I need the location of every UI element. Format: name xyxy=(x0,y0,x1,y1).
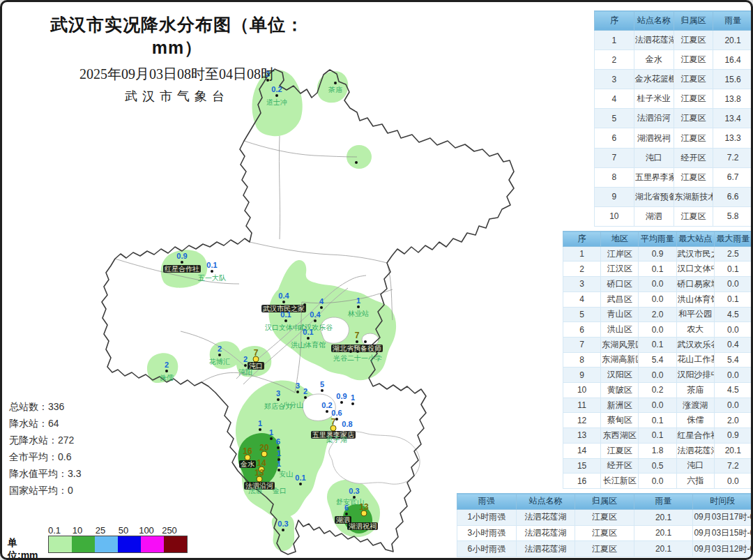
table-cell: 5 xyxy=(563,307,601,322)
table-header-row: 雨强站点名称归属区雨量时间段 xyxy=(457,494,752,510)
table-cell: 0.2 xyxy=(639,383,676,398)
top-stations-table: 序站点名称归属区雨量1法泗花莲湖江夏区20.12金水江夏区16.43金水花篮棚江… xyxy=(594,10,753,227)
table-cell: 江夏区 xyxy=(674,70,713,89)
legend-unit-label: 单位:mm xyxy=(8,537,38,560)
table-cell: 江夏区 xyxy=(601,443,639,458)
column-header: 站点名称 xyxy=(516,494,575,510)
table-cell: 3 xyxy=(595,70,634,89)
table-cell: 汉阳区 xyxy=(601,368,639,383)
page-title: 武汉市实况降水分布图（单位：mm） xyxy=(27,13,327,59)
table-row: 12蔡甸区0.1侏儒2.0 xyxy=(563,413,752,428)
table-cell: 江夏区 xyxy=(674,89,713,109)
table-cell: 20.1 xyxy=(634,525,693,541)
table-cell: 江夏区 xyxy=(674,109,713,128)
table-cell: 洪山区 xyxy=(601,322,639,338)
table-cell: 6.6 xyxy=(713,187,753,206)
table-cell: 江夏区 xyxy=(674,31,713,50)
column-header: 平均雨量 xyxy=(639,232,676,247)
table-cell: 13.8 xyxy=(713,89,753,109)
table-cell: 0.5 xyxy=(639,458,676,474)
column-header: 最大雨量 xyxy=(714,232,752,247)
table-cell: 湖泗 xyxy=(634,206,674,226)
table-cell: 6小时雨强 xyxy=(457,541,517,557)
table-cell: 3 xyxy=(563,277,601,292)
column-header: 站点名称 xyxy=(634,11,674,31)
table-row: 3硚口区0.0硚口易家墩0.0 xyxy=(563,277,752,292)
table-cell: 0.1 xyxy=(714,292,752,307)
table-cell: 4 xyxy=(595,89,634,109)
time-range-subtitle: 2025年09月03日08时至04日08时 xyxy=(27,65,327,84)
column-header: 最大站点 xyxy=(676,232,714,247)
table-row: 10黄陂区0.2茶庙4.5 xyxy=(563,383,752,398)
table-row: 2江汉区0.1汉口文体中心0.1 xyxy=(563,262,752,277)
table-row: 6小时雨强法泗花莲湖江夏区20.109月03日12时-09月03日18时 xyxy=(457,541,752,557)
agency-name: 武汉市气象台 xyxy=(27,88,327,105)
table-cell: 16 xyxy=(563,474,601,489)
table-cell: 法泗花莲湖 xyxy=(516,541,575,557)
table-cell: 沌口 xyxy=(676,458,714,474)
legend-swatch xyxy=(95,536,118,552)
table-header-row: 序地区平均雨量最大站点最大雨量 xyxy=(563,232,752,247)
table-cell: 东湖高新区 xyxy=(601,352,639,368)
table-cell: 20.1 xyxy=(634,509,693,525)
column-header: 雨量 xyxy=(713,11,753,31)
stat-line: 降水值平均：3.3 xyxy=(9,465,81,482)
table-row: 9湖北省预备役师东湖新技术开发区6.6 xyxy=(595,187,753,206)
table-cell: 13.3 xyxy=(713,128,753,148)
table-cell: 江夏区 xyxy=(674,128,713,148)
table-row: 4桂子米业江夏区13.8 xyxy=(595,89,753,109)
table-cell: 江夏区 xyxy=(575,541,634,557)
legend-threshold: 100 xyxy=(139,525,154,536)
table-row: 8五里界李家店江夏区6.7 xyxy=(595,167,753,187)
table-cell: 江夏区 xyxy=(575,509,634,525)
table-cell: 花山工作基地 xyxy=(676,352,714,368)
legend-threshold: 250 xyxy=(162,525,177,536)
table-cell: 0.4 xyxy=(714,337,752,352)
legend-threshold: 25 xyxy=(96,525,105,536)
table-cell: 1 xyxy=(563,246,601,262)
column-header: 归属区 xyxy=(575,494,634,510)
legend-threshold: 0.1 xyxy=(48,525,61,536)
table-cell: 09月03日15时-09月03日18时 xyxy=(693,525,752,541)
table-cell: 15.6 xyxy=(713,70,753,89)
table-cell: 20.1 xyxy=(634,541,693,557)
table-cell: 6.7 xyxy=(713,167,753,187)
table-cell: 金水花篮棚 xyxy=(634,70,674,89)
table-cell: 8 xyxy=(563,352,601,368)
table-cell: 9 xyxy=(595,187,634,206)
table-cell: 5.8 xyxy=(713,206,753,226)
table-cell: 4.5 xyxy=(714,307,752,322)
table-cell: 13.4 xyxy=(713,109,753,128)
table-cell: 江夏区 xyxy=(674,206,713,226)
table-cell: 农大 xyxy=(676,322,714,338)
table-cell: 0.1 xyxy=(639,337,676,352)
stat-line: 国家站平均：0 xyxy=(9,482,81,499)
table-cell: 5.4 xyxy=(639,352,676,368)
table-cell: 黄陂区 xyxy=(601,383,639,398)
table-cell: 6 xyxy=(595,128,634,148)
stat-line: 总站数：336 xyxy=(9,398,81,415)
table-cell: 硚口易家墩 xyxy=(676,277,714,292)
table-cell: 0.1 xyxy=(639,262,676,277)
table-cell: 9 xyxy=(563,368,601,383)
table-cell: 09月03日12时-09月03日18时 xyxy=(693,541,752,557)
legend-swatch xyxy=(72,536,95,552)
table-cell: 1.8 xyxy=(639,443,676,458)
table-cell: 桂子米业 xyxy=(634,89,674,109)
table-row: 7沌口经开区7.2 xyxy=(595,148,753,167)
column-header: 归属区 xyxy=(674,11,713,31)
table-cell: 江汉区 xyxy=(601,262,639,277)
table-row: 9汉阳区0.0汉阳沙排中心0.0 xyxy=(563,368,752,383)
table-cell: 0.0 xyxy=(714,322,752,338)
table-row: 2金水江夏区16.4 xyxy=(595,50,753,70)
table-cell: 10 xyxy=(563,383,601,398)
table-cell: 0.0 xyxy=(639,474,676,489)
column-header: 序 xyxy=(595,11,634,31)
column-header: 时间段 xyxy=(693,494,752,510)
table-cell: 法泗花莲湖 xyxy=(676,443,714,458)
table-cell: 0.0 xyxy=(639,398,676,413)
table-cell: 0.0 xyxy=(714,368,752,383)
column-header: 雨量 xyxy=(634,494,693,510)
table-row: 7东湖风景区0.1武汉欢乐谷0.4 xyxy=(563,337,752,352)
table-cell: 09月03日17时-09月03日18时 xyxy=(693,509,752,525)
